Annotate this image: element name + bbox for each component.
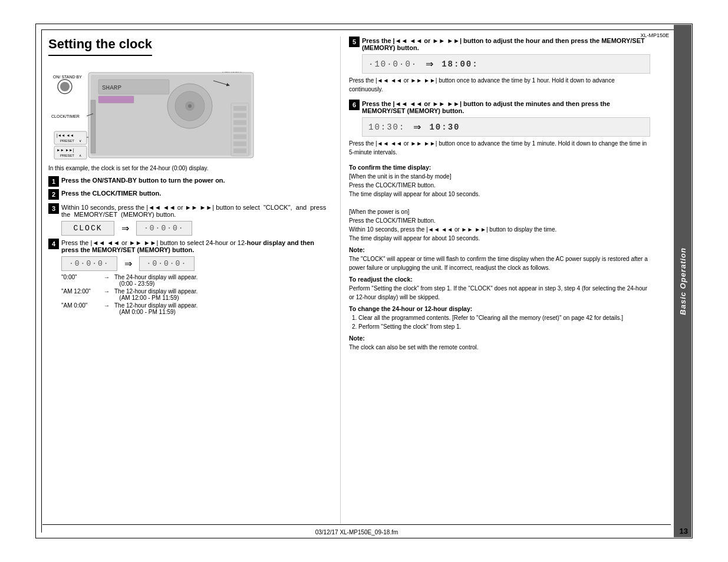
step-2-num: 2 (48, 189, 59, 200)
svg-rect-22 (233, 134, 246, 139)
svg-text:►► ►►|: ►► ►►| (57, 148, 74, 153)
left-column: Setting the clock ON/ STAND·BY CLOCK/TIM… (48, 37, 330, 318)
step-1-text: Press the ON/STAND-BY button to turn the… (61, 176, 225, 184)
option-row-3: "AM 0:00" → The 12-hour display will app… (61, 302, 330, 315)
option-desc-3: The 12-hour display will appear. (AM 0:0… (114, 302, 197, 315)
svg-rect-19 (233, 113, 246, 118)
step-5-text: Press the |◄◄ ◄◄ or ►► ►►| button to adj… (362, 37, 650, 51)
page-border-right (692, 24, 693, 538)
note-1-body: The "CLOCK" will appear or time will fla… (349, 254, 650, 272)
step-3-display: CLOCK ⇒ ·0·0·0· (61, 221, 330, 236)
inner-border-left (41, 29, 42, 533)
device-svg: ON/ STAND·BY CLOCK/TIMER MEMORY/ SET (48, 62, 266, 162)
step-4-display-from: ·0·0·0· (61, 256, 117, 271)
step-4-display-to: ·0·0·0· (139, 256, 195, 271)
change-display-section: To change the 24-hour or 12-hour display… (349, 305, 650, 331)
step-1-num: 1 (48, 176, 59, 187)
page-border-left (35, 24, 36, 538)
svg-text:PRESET: PRESET (60, 154, 74, 157)
svg-text:SHARP: SHARP (102, 84, 121, 91)
inner-border-top (41, 29, 687, 30)
sidebar-label: Basic Operation (678, 247, 687, 315)
svg-text:|◄◄  ◄◄: |◄◄ ◄◄ (57, 133, 74, 138)
options-table: "0:00" → The 24-hour display will appear… (61, 274, 330, 315)
main-content: Setting the clock ON/ STAND·BY CLOCK/TIM… (48, 37, 671, 524)
sidebar: Basic Operation (674, 25, 691, 537)
step-5-num: 5 (349, 37, 360, 47)
option-row-2: "AM 12:00" → The 12-hour display will ap… (61, 288, 330, 301)
change-display-item-1: Clear all the programmed contents. [Refe… (358, 313, 650, 322)
readjust-title: To readjust the clock: (349, 276, 650, 283)
svg-rect-18 (233, 106, 246, 111)
step-3: 3 Within 10 seconds, press the |◄◄ ◄◄ or… (48, 203, 330, 218)
readjust-section: To readjust the clock: Perform "Setting … (349, 276, 650, 302)
note-2-title: Note: (349, 335, 650, 342)
note-2-body: The clock can also be set with the remot… (349, 343, 650, 352)
change-display-title: To change the 24-hour or 12-hour display… (349, 305, 650, 312)
svg-text:∧: ∧ (79, 154, 81, 157)
option-desc-2: The 12-hour display will appear. (AM 12:… (114, 288, 197, 301)
step-5-arrow: ⇒ (426, 58, 433, 70)
step-3-num: 3 (48, 203, 59, 214)
step-6-arrow: ⇒ (413, 121, 421, 133)
confirm-title: To confirm the time display: (349, 164, 650, 171)
step-3-text: Within 10 seconds, press the |◄◄ ◄◄ or ►… (61, 203, 330, 218)
option-val-2: "AM 12:00" (61, 288, 101, 301)
footer-text: 03/12/17 XL-MP150E_09-18.fm (315, 529, 398, 535)
confirm-body: [When the unit is in the stand-by mode]P… (349, 172, 650, 243)
svg-rect-26 (98, 96, 134, 103)
footer: 03/12/17 XL-MP150E_09-18.fm (42, 524, 671, 537)
step-5-from: ·10·0·0· (368, 59, 417, 69)
step-6-to: 10:30 (429, 123, 460, 132)
step-6-note: Press the |◄◄ ◄◄ or ►► ►►| button once t… (349, 139, 650, 157)
svg-point-16 (188, 104, 192, 108)
step-1: 1 Press the ON/STAND-BY button to turn t… (48, 176, 330, 187)
step-4: 4 Press the |◄◄ ◄◄ or ►► ►►| button to s… (48, 239, 330, 253)
step-6: 6 Press the |◄◄ ◄◄ or ►► ►►| button to a… (349, 100, 650, 114)
image-caption: In this example, the clock is set for th… (48, 165, 330, 171)
step-6-text: Press the |◄◄ ◄◄ or ►► ►►| button to adj… (362, 100, 650, 114)
column-divider (340, 37, 341, 524)
step-6-display: 10:30: ⇒ 10:30 (362, 117, 650, 137)
right-column: 5 Press the |◄◄ ◄◄ or ►► ►►| button to a… (349, 37, 650, 355)
svg-rect-25 (91, 100, 95, 153)
change-display-item-2: Perform "Setting the clock" from step 1. (358, 322, 650, 331)
svg-rect-20 (233, 120, 246, 125)
step-4-arrow: ⇒ (124, 258, 132, 269)
option-arrow-2: → (104, 288, 112, 301)
step-5-display: ·10·0·0· ⇒ 18:00: (362, 54, 650, 74)
page-border-top (35, 24, 693, 24)
step-3-arrow: ⇒ (121, 223, 129, 234)
step-5-to: 18:00: (442, 59, 478, 69)
step-2: 2 Press the CLOCK/TIMER button. (48, 189, 330, 200)
option-arrow-1: → (104, 274, 112, 287)
option-val-1: "0:00" (61, 274, 101, 287)
option-val-3: "AM 0:00" (61, 302, 101, 315)
svg-text:ON/ STAND·BY: ON/ STAND·BY (53, 75, 82, 79)
step-6-num: 6 (349, 100, 360, 110)
readjust-body: Perform "Setting the clock" from step 1.… (349, 284, 650, 302)
step-4-text: Press the |◄◄ ◄◄ or ►► ►►| button to sel… (61, 239, 330, 253)
page-border-bottom (35, 538, 693, 538)
page-title: Setting the clock (48, 37, 152, 56)
step-3-display-from: CLOCK (61, 221, 114, 236)
confirm-section: To confirm the time display: [When the u… (349, 164, 650, 243)
step-2-text: Press the CLOCK/TIMER button. (61, 189, 161, 197)
svg-rect-24 (233, 148, 246, 153)
note-1-title: Note: (349, 246, 650, 253)
step-4-display: ·0·0·0· ⇒ ·0·0·0· (61, 256, 330, 271)
svg-text:CLOCK/TIMER: CLOCK/TIMER (51, 114, 80, 118)
change-display-list: Clear all the programmed contents. [Refe… (358, 313, 650, 331)
option-desc-1: The 24-hour display will appear. (0:00 -… (114, 274, 197, 287)
step-3-display-to: ·0·0·0· (136, 221, 192, 236)
svg-text:∨: ∨ (79, 139, 81, 143)
svg-point-2 (60, 82, 70, 91)
step-5-note: Press the |◄◄ ◄◄ or ►► ►►| button once t… (349, 76, 650, 94)
note-2-section: Note: The clock can also be set with the… (349, 335, 650, 352)
note-1-section: Note: The "CLOCK" will appear or time wi… (349, 246, 650, 272)
page-number: 13 (680, 527, 688, 535)
step-6-from: 10:30: (368, 123, 405, 132)
option-arrow-3: → (104, 302, 112, 315)
step-5: 5 Press the |◄◄ ◄◄ or ►► ►►| button to a… (349, 37, 650, 51)
option-row-1: "0:00" → The 24-hour display will appear… (61, 274, 330, 287)
